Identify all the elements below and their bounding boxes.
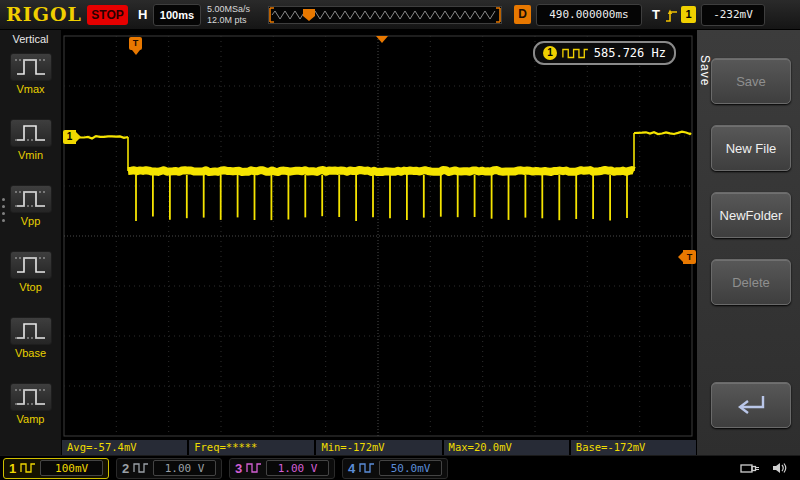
vamp-icon [10, 383, 52, 411]
channel-number: 2 [122, 461, 129, 476]
vtop-icon [10, 251, 52, 279]
oscilloscope-screen: RIGOL STOP H 100ms 5.00MSa/s 12.0M pts D… [0, 0, 800, 480]
trigger-level-value[interactable]: -232mV [701, 4, 765, 26]
channel-status-bar: 1 100mV 2 1.00 V 3 1.00 V 4 50.0mV [0, 455, 800, 480]
softkey-delete[interactable]: Delete [711, 259, 791, 305]
menu-tab-save: Save [698, 55, 712, 86]
sidebar-item-vtop[interactable]: Vtop [0, 246, 61, 312]
ch1-waveform [62, 30, 696, 440]
measurement-bar: Avg=-57.4mV Freq=***** Min=-172mV Max=20… [62, 440, 696, 455]
horizontal-label[interactable]: H [138, 7, 147, 22]
rigol-logo: RIGOL [6, 3, 82, 25]
channel-number: 4 [348, 461, 355, 476]
trigger-label: T [652, 7, 660, 22]
measure-sidebar: Vertical Vmax Vmin Vpp Vtop Vbase Vamp [0, 30, 62, 455]
sidebar-item-vbase[interactable]: Vbase [0, 312, 61, 378]
vbase-icon [10, 317, 52, 345]
sample-rate: 5.00MSa/s [207, 4, 250, 15]
softkey-new-folder[interactable]: NewFolder [711, 192, 791, 238]
channel-4-status[interactable]: 4 50.0mV [342, 458, 448, 479]
vmin-icon [10, 119, 52, 147]
softkey-save[interactable]: Save [711, 58, 791, 104]
vmax-icon [10, 53, 52, 81]
page-indicator-dots [2, 198, 5, 222]
channel-scale: 50.0mV [379, 460, 442, 476]
measurement-base: Base=-172mV [571, 440, 696, 455]
softkey-new-file[interactable]: New File [711, 125, 791, 171]
sidebar-item-label: Vmin [0, 149, 61, 161]
delay-label: D [514, 5, 531, 24]
coupling-icon [133, 463, 149, 473]
delay-value[interactable]: 490.000000ms [536, 4, 642, 26]
coupling-icon [20, 463, 36, 473]
counter-value: 585.726 Hz [594, 46, 666, 60]
channel-1-status[interactable]: 1 100mV [3, 458, 109, 479]
coupling-icon [359, 463, 375, 473]
trigger-level-marker[interactable]: T [683, 250, 696, 264]
horizontal-position-bar[interactable] [268, 6, 502, 24]
top-status-bar: RIGOL STOP H 100ms 5.00MSa/s 12.0M pts D… [0, 0, 800, 30]
measurement-freq: Freq=***** [189, 440, 314, 455]
vpp-icon [10, 185, 52, 213]
sidebar-item-label: Vpp [0, 215, 61, 227]
sidebar-item-vmin[interactable]: Vmin [0, 114, 61, 180]
delay-position-marker [376, 36, 388, 43]
usb-icon [740, 462, 760, 475]
measurement-max: Max=20.0mV [444, 440, 569, 455]
softkey-back[interactable] [711, 382, 791, 428]
channel-scale: 1.00 V [153, 460, 216, 476]
sidebar-item-label: Vamp [0, 413, 61, 425]
channel-scale: 100mV [40, 460, 103, 476]
channel-number: 3 [235, 461, 242, 476]
sidebar-item-label: Vtop [0, 281, 61, 293]
run-state-badge[interactable]: STOP [87, 5, 128, 25]
counter-channel-badge: 1 [543, 46, 557, 60]
rising-edge-icon [665, 8, 678, 23]
channel-scale: 1.00 V [266, 460, 329, 476]
memory-depth: 12.0M pts [207, 15, 250, 26]
measurement-avg: Avg=-57.4mV [62, 440, 187, 455]
waveform-overview [269, 7, 501, 23]
coupling-icon [246, 463, 262, 473]
sidebar-title: Vertical [0, 30, 61, 48]
status-icons [740, 461, 800, 475]
sidebar-item-vamp[interactable]: Vamp [0, 378, 61, 444]
trigger-source-badge[interactable]: 1 [681, 6, 696, 23]
return-arrow-icon [729, 392, 773, 418]
sidebar-item-vpp[interactable]: Vpp [0, 180, 61, 246]
channel-2-status[interactable]: 2 1.00 V [116, 458, 222, 479]
acquisition-info: 5.00MSa/s 12.0M pts [207, 4, 250, 26]
channel-number: 1 [9, 461, 16, 476]
square-wave-icon [562, 47, 589, 60]
sidebar-item-vmax[interactable]: Vmax [0, 48, 61, 114]
sidebar-item-label: Vbase [0, 347, 61, 359]
channel-3-status[interactable]: 3 1.00 V [229, 458, 335, 479]
waveform-display: 1 T T 1 585.726 Hz [62, 30, 696, 440]
sidebar-item-label: Vmax [0, 83, 61, 95]
ch1-level-marker[interactable]: 1 [63, 130, 76, 144]
trigger-position-marker[interactable]: T [129, 37, 142, 50]
softkey-menu: Save Save New File NewFolder Delete [696, 30, 800, 455]
timebase-value[interactable]: 100ms [153, 4, 201, 26]
frequency-counter: 1 585.726 Hz [533, 41, 676, 65]
speaker-icon[interactable] [772, 461, 788, 475]
measurement-min: Min=-172mV [316, 440, 441, 455]
